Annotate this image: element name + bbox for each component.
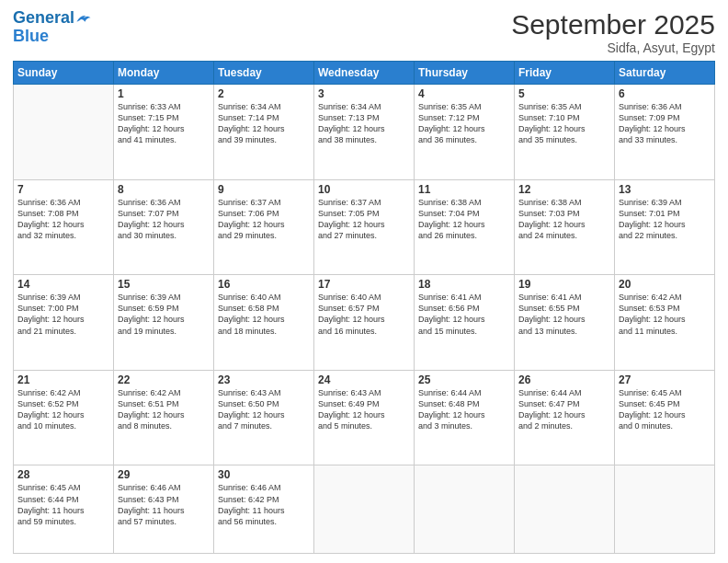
day-number: 2	[218, 87, 310, 100]
calendar-cell: 5Sunrise: 6:35 AM Sunset: 7:10 PM Daylig…	[515, 85, 615, 180]
day-number: 24	[318, 373, 410, 386]
day-number: 22	[118, 373, 210, 386]
day-number: 1	[118, 87, 210, 100]
calendar-cell: 16Sunrise: 6:40 AM Sunset: 6:58 PM Dayli…	[214, 275, 314, 371]
calendar-cell: 29Sunrise: 6:46 AM Sunset: 6:43 PM Dayli…	[114, 465, 214, 554]
day-number: 18	[418, 278, 510, 291]
calendar-cell: 6Sunrise: 6:36 AM Sunset: 7:09 PM Daylig…	[615, 85, 715, 180]
day-info: Sunrise: 6:41 AM Sunset: 6:55 PM Dayligh…	[518, 292, 610, 337]
calendar-cell	[515, 465, 615, 554]
calendar-cell	[415, 465, 515, 554]
day-info: Sunrise: 6:42 AM Sunset: 6:52 PM Dayligh…	[17, 387, 109, 432]
day-info: Sunrise: 6:45 AM Sunset: 6:44 PM Dayligh…	[17, 482, 109, 527]
calendar-cell: 4Sunrise: 6:35 AM Sunset: 7:12 PM Daylig…	[415, 85, 515, 180]
calendar-cell: 10Sunrise: 6:37 AM Sunset: 7:05 PM Dayli…	[314, 179, 415, 275]
calendar-week-row: 21Sunrise: 6:42 AM Sunset: 6:52 PM Dayli…	[14, 370, 715, 465]
calendar-week-row: 14Sunrise: 6:39 AM Sunset: 7:00 PM Dayli…	[14, 275, 715, 371]
day-number: 9	[218, 183, 310, 196]
title-month: September 2025	[511, 9, 715, 40]
day-number: 17	[318, 278, 410, 291]
day-info: Sunrise: 6:39 AM Sunset: 7:00 PM Dayligh…	[17, 292, 109, 337]
logo-blue: Blue	[13, 28, 92, 46]
logo-bird-icon	[75, 10, 92, 27]
day-number: 10	[318, 183, 410, 196]
day-info: Sunrise: 6:46 AM Sunset: 6:43 PM Dayligh…	[118, 482, 210, 527]
day-info: Sunrise: 6:36 AM Sunset: 7:09 PM Dayligh…	[619, 101, 711, 146]
calendar-cell	[314, 465, 415, 554]
calendar-cell: 18Sunrise: 6:41 AM Sunset: 6:56 PM Dayli…	[415, 275, 515, 371]
day-number: 5	[518, 87, 610, 100]
day-info: Sunrise: 6:34 AM Sunset: 7:14 PM Dayligh…	[218, 101, 310, 146]
day-number: 11	[418, 183, 510, 196]
day-info: Sunrise: 6:40 AM Sunset: 6:58 PM Dayligh…	[218, 292, 310, 337]
page: General Blue September 2025 Sidfa, Asyut…	[0, 0, 728, 563]
day-info: Sunrise: 6:42 AM Sunset: 6:53 PM Dayligh…	[619, 292, 711, 337]
day-info: Sunrise: 6:44 AM Sunset: 6:48 PM Dayligh…	[418, 387, 510, 432]
calendar-cell: 2Sunrise: 6:34 AM Sunset: 7:14 PM Daylig…	[214, 85, 314, 180]
calendar-cell: 11Sunrise: 6:38 AM Sunset: 7:04 PM Dayli…	[415, 179, 515, 275]
day-number: 12	[518, 183, 610, 196]
calendar-cell: 7Sunrise: 6:36 AM Sunset: 7:08 PM Daylig…	[14, 179, 114, 275]
day-info: Sunrise: 6:41 AM Sunset: 6:56 PM Dayligh…	[418, 292, 510, 337]
day-number: 29	[118, 468, 210, 481]
calendar-cell: 25Sunrise: 6:44 AM Sunset: 6:48 PM Dayli…	[415, 370, 515, 465]
logo-text: General	[13, 9, 74, 28]
day-number: 7	[17, 183, 109, 196]
day-info: Sunrise: 6:36 AM Sunset: 7:08 PM Dayligh…	[17, 197, 109, 242]
day-info: Sunrise: 6:44 AM Sunset: 6:47 PM Dayligh…	[518, 387, 610, 432]
calendar-cell: 21Sunrise: 6:42 AM Sunset: 6:52 PM Dayli…	[14, 370, 114, 465]
calendar-week-row: 28Sunrise: 6:45 AM Sunset: 6:44 PM Dayli…	[14, 465, 715, 554]
weekday-header: Thursday	[415, 62, 515, 85]
day-number: 13	[619, 183, 711, 196]
day-number: 23	[218, 373, 310, 386]
calendar-cell: 20Sunrise: 6:42 AM Sunset: 6:53 PM Dayli…	[615, 275, 715, 371]
calendar-cell: 3Sunrise: 6:34 AM Sunset: 7:13 PM Daylig…	[314, 85, 415, 180]
day-number: 26	[518, 373, 610, 386]
day-number: 14	[17, 278, 109, 291]
weekday-header: Sunday	[14, 62, 114, 85]
day-number: 4	[418, 87, 510, 100]
day-info: Sunrise: 6:45 AM Sunset: 6:45 PM Dayligh…	[619, 387, 711, 432]
header-row: SundayMondayTuesdayWednesdayThursdayFrid…	[14, 62, 715, 85]
day-info: Sunrise: 6:39 AM Sunset: 7:01 PM Dayligh…	[619, 197, 711, 242]
calendar-cell: 19Sunrise: 6:41 AM Sunset: 6:55 PM Dayli…	[515, 275, 615, 371]
weekday-header: Saturday	[615, 62, 715, 85]
calendar-cell: 14Sunrise: 6:39 AM Sunset: 7:00 PM Dayli…	[14, 275, 114, 371]
header: General Blue September 2025 Sidfa, Asyut…	[13, 9, 715, 55]
day-info: Sunrise: 6:36 AM Sunset: 7:07 PM Dayligh…	[118, 197, 210, 242]
calendar-cell	[14, 85, 114, 180]
day-number: 3	[318, 87, 410, 100]
calendar-cell: 9Sunrise: 6:37 AM Sunset: 7:06 PM Daylig…	[214, 179, 314, 275]
logo: General Blue	[13, 9, 92, 46]
day-number: 8	[118, 183, 210, 196]
weekday-header: Friday	[515, 62, 615, 85]
calendar-cell: 22Sunrise: 6:42 AM Sunset: 6:51 PM Dayli…	[114, 370, 214, 465]
calendar-cell: 26Sunrise: 6:44 AM Sunset: 6:47 PM Dayli…	[515, 370, 615, 465]
day-info: Sunrise: 6:40 AM Sunset: 6:57 PM Dayligh…	[318, 292, 410, 337]
weekday-header: Monday	[114, 62, 214, 85]
day-number: 20	[619, 278, 711, 291]
title-location: Sidfa, Asyut, Egypt	[511, 40, 715, 55]
calendar-table: SundayMondayTuesdayWednesdayThursdayFrid…	[13, 61, 715, 554]
calendar-cell: 28Sunrise: 6:45 AM Sunset: 6:44 PM Dayli…	[14, 465, 114, 554]
calendar-cell: 15Sunrise: 6:39 AM Sunset: 6:59 PM Dayli…	[114, 275, 214, 371]
day-number: 28	[17, 468, 109, 481]
day-number: 30	[218, 468, 310, 481]
day-number: 19	[518, 278, 610, 291]
day-info: Sunrise: 6:42 AM Sunset: 6:51 PM Dayligh…	[118, 387, 210, 432]
day-info: Sunrise: 6:38 AM Sunset: 7:03 PM Dayligh…	[518, 197, 610, 242]
calendar-cell: 1Sunrise: 6:33 AM Sunset: 7:15 PM Daylig…	[114, 85, 214, 180]
day-info: Sunrise: 6:43 AM Sunset: 6:49 PM Dayligh…	[318, 387, 410, 432]
weekday-header: Wednesday	[314, 62, 415, 85]
calendar-cell: 30Sunrise: 6:46 AM Sunset: 6:42 PM Dayli…	[214, 465, 314, 554]
day-number: 25	[418, 373, 510, 386]
day-info: Sunrise: 6:35 AM Sunset: 7:10 PM Dayligh…	[518, 101, 610, 146]
calendar-cell: 27Sunrise: 6:45 AM Sunset: 6:45 PM Dayli…	[615, 370, 715, 465]
calendar-cell: 12Sunrise: 6:38 AM Sunset: 7:03 PM Dayli…	[515, 179, 615, 275]
day-info: Sunrise: 6:46 AM Sunset: 6:42 PM Dayligh…	[218, 482, 310, 527]
calendar-cell: 24Sunrise: 6:43 AM Sunset: 6:49 PM Dayli…	[314, 370, 415, 465]
calendar-cell	[615, 465, 715, 554]
day-info: Sunrise: 6:35 AM Sunset: 7:12 PM Dayligh…	[418, 101, 510, 146]
calendar-cell: 17Sunrise: 6:40 AM Sunset: 6:57 PM Dayli…	[314, 275, 415, 371]
calendar-cell: 8Sunrise: 6:36 AM Sunset: 7:07 PM Daylig…	[114, 179, 214, 275]
